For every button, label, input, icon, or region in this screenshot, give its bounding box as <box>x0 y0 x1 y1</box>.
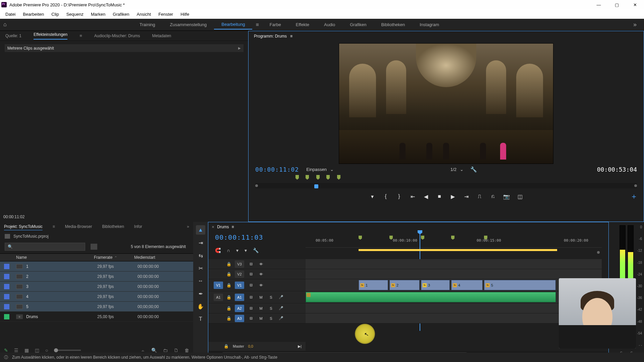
go-to-out-button[interactable]: ⇥ <box>463 193 470 200</box>
project-view-toggle[interactable] <box>91 244 97 250</box>
timeline-marker[interactable] <box>451 236 454 240</box>
track-v1[interactable]: fx1 fx2 fx3 fx4 fx5 <box>306 279 602 291</box>
project-row[interactable]: 4 29,97 fps 00:00:00:00 <box>0 292 193 302</box>
tab-media-browser[interactable]: Media-Browser <box>65 224 92 229</box>
workspace-grafiken[interactable]: Grafiken <box>342 20 374 29</box>
video-clip[interactable]: fx4 <box>451 280 483 290</box>
timeline-marker[interactable] <box>421 236 424 240</box>
comparison-button[interactable]: ◫ <box>517 193 523 200</box>
workspace-effekte[interactable]: Effekte <box>288 20 317 29</box>
eye-icon[interactable]: 👁 <box>258 283 264 287</box>
workspace-instagram[interactable]: Instagram <box>412 20 446 29</box>
tab-effekteinstellungen[interactable]: Effekteinstellungen <box>34 32 67 40</box>
menu-clip[interactable]: Clip <box>48 10 62 18</box>
source-patch-a1[interactable]: A1 <box>214 294 223 301</box>
project-search-input[interactable]: 🔍 <box>5 243 85 251</box>
mute-button[interactable]: M <box>258 316 264 320</box>
menu-bearbeiten[interactable]: Bearbeiten <box>19 10 47 18</box>
project-row[interactable]: ≡ Drums 25,00 fps 00:00:00:00 <box>0 312 193 322</box>
tab-projekt[interactable]: Projekt: SyncToMusic <box>4 224 43 229</box>
sync-lock-icon[interactable]: ⊟ <box>248 262 254 266</box>
freeform-view-icon[interactable]: ◫ <box>35 348 39 353</box>
program-video-view[interactable] <box>339 43 553 164</box>
effect-heading-row[interactable]: Mehrere Clips ausgewählt ▶ <box>5 44 244 52</box>
workspace-menu-icon[interactable]: ≡ <box>252 22 262 28</box>
track-head-v3[interactable]: 🔒 V3 ⊟ 👁 <box>208 259 306 269</box>
project-row[interactable]: 1 29,97 fps 00:00:00:00 <box>0 261 193 272</box>
find-icon[interactable]: 🔍 <box>151 348 157 353</box>
hand-tool[interactable]: ✋ <box>196 302 205 311</box>
zoom-slider[interactable] <box>54 350 81 351</box>
program-marker[interactable] <box>326 175 330 180</box>
lock-icon[interactable]: 🔒 <box>226 272 231 277</box>
menu-marken[interactable]: Marken <box>88 10 109 18</box>
delete-icon[interactable]: 🗑 <box>184 348 189 353</box>
new-item-icon[interactable]: 🗋 <box>174 348 178 353</box>
go-to-end-icon[interactable]: ▶| <box>298 344 302 349</box>
list-view-icon[interactable]: ☰ <box>14 348 18 353</box>
menu-sequenz[interactable]: Sequenz <box>63 10 87 18</box>
timeline-tab-close[interactable]: × <box>212 224 214 230</box>
tab-info[interactable]: Infor <box>134 224 142 229</box>
lock-icon[interactable]: 🔒 <box>226 283 231 288</box>
eye-icon[interactable]: 👁 <box>258 262 264 266</box>
tab-metadaten[interactable]: Metadaten <box>152 34 171 38</box>
workspace-bearbeitung[interactable]: Bearbeitung <box>214 20 252 29</box>
go-to-in-button[interactable]: ⇤ <box>409 193 416 200</box>
source-patch-v1[interactable]: V1 <box>214 282 223 289</box>
home-icon[interactable]: ⌂ <box>3 21 11 28</box>
ripple-edit-tool[interactable]: ⇆ <box>196 251 205 260</box>
workspace-zusammenstellung[interactable]: Zusammenstellung <box>162 20 214 29</box>
label-chip[interactable] <box>4 304 9 309</box>
program-left-timecode[interactable]: 00:00:11:02 <box>255 166 299 173</box>
fit-selector[interactable]: Einpassen⌄ <box>306 167 334 172</box>
new-item-pen-icon[interactable]: ✎ <box>4 348 8 353</box>
work-area-bar[interactable] <box>359 249 557 251</box>
column-medienstart[interactable]: Medienstart <box>134 254 188 261</box>
track-tag-v2[interactable]: V2 <box>235 270 244 278</box>
project-row[interactable]: 5 29,97 fps 00;00;00;00 <box>0 302 193 312</box>
video-clip[interactable]: fx3 <box>421 280 450 290</box>
track-tag-a3[interactable]: A3 <box>235 315 244 322</box>
menu-hilfe[interactable]: Hilfe <box>177 10 193 18</box>
video-clip[interactable]: fx1 <box>359 280 388 290</box>
sync-lock-icon[interactable]: ⊟ <box>248 306 254 310</box>
lock-icon[interactable]: 🔒 <box>226 262 231 266</box>
selection-tool[interactable]: ▲ <box>196 225 205 235</box>
add-marker-button[interactable]: ▾ <box>369 193 376 200</box>
track-head-a2[interactable]: 🔒 A2 ⊟ M S 🎤 <box>208 303 306 313</box>
sync-lock-icon[interactable]: ⊟ <box>248 295 254 299</box>
track-tag-a1[interactable]: A1 <box>235 294 244 301</box>
settings-wrench-icon[interactable]: 🔧 <box>470 166 477 173</box>
column-framerate[interactable]: Framerate⌃ <box>94 254 134 261</box>
program-menu-icon[interactable]: ≡ <box>290 34 292 39</box>
tab-audioclip-mischer[interactable]: Audioclip-Mischer: Drums <box>94 34 140 38</box>
effect-controls-timecode[interactable]: 00:00:11:02 <box>3 215 24 219</box>
video-clip[interactable]: fx5 <box>484 280 556 290</box>
button-editor-icon[interactable]: ＋ <box>630 191 638 201</box>
lift-button[interactable]: ⎍ <box>476 193 483 200</box>
track-tag-v1[interactable]: V1 <box>235 282 244 289</box>
razor-tool[interactable]: ✂ <box>196 263 205 273</box>
menu-datei[interactable]: Datei <box>2 10 19 18</box>
voice-over-icon[interactable]: 🎤 <box>278 316 284 320</box>
program-marker[interactable] <box>296 175 299 180</box>
timeline-tab-menu-icon[interactable]: ≡ <box>232 225 234 229</box>
zoom-handle-right[interactable] <box>597 251 600 254</box>
project-row[interactable]: 3 29,97 fps 00:00:00:00 <box>0 282 193 292</box>
solo-button[interactable]: S <box>268 295 274 299</box>
timeline-timecode[interactable]: 00:00:11:03 <box>215 233 263 241</box>
track-head-v2[interactable]: 🔒 V2 ⊟ 👁 <box>208 269 306 279</box>
lock-icon[interactable]: 🔒 <box>224 344 229 349</box>
snap-icon[interactable]: 🧲 <box>215 248 221 253</box>
wrench-icon[interactable]: 🔧 <box>253 248 259 253</box>
track-v3[interactable] <box>306 259 602 269</box>
workspace-audio[interactable]: Audio <box>317 20 342 29</box>
resolution-selector[interactable]: 1/2⌄ <box>450 167 464 172</box>
timeline-marker[interactable] <box>359 236 362 240</box>
project-row[interactable]: 2 29,97 fps 00:00:00:00 <box>0 272 193 282</box>
program-playhead[interactable] <box>314 184 318 188</box>
label-chip[interactable] <box>4 314 9 319</box>
export-frame-button[interactable]: 📷 <box>503 193 510 200</box>
workspace-training[interactable]: Training <box>132 20 162 29</box>
